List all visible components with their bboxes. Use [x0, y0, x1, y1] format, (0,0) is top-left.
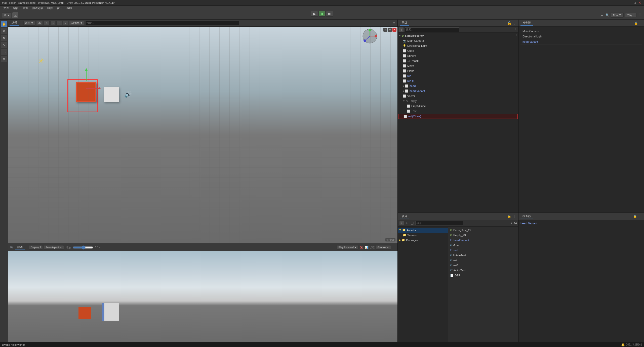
- menu-window[interactable]: 窗口: [55, 6, 64, 11]
- proj-tree-assets[interactable]: ▼ 📁 Assets: [398, 228, 448, 233]
- play-button[interactable]: ▶: [311, 11, 318, 17]
- scene-search-input[interactable]: [85, 21, 239, 25]
- hand-tool[interactable]: ✋: [1, 21, 7, 27]
- aspect-dropdown[interactable]: Free Aspect ▼: [44, 245, 64, 250]
- maximize-button[interactable]: □: [632, 1, 637, 5]
- layout-dropdown[interactable]: 默认 ▼: [611, 13, 624, 18]
- menu-file[interactable]: 文件: [2, 6, 11, 11]
- zoom-slider[interactable]: [73, 245, 93, 250]
- proj-file-debugtest22[interactable]: ⊕ DebugTest_22: [449, 228, 517, 233]
- project-more-icon[interactable]: ⋮: [512, 214, 516, 218]
- lighting-btn[interactable]: ☀: [44, 21, 50, 25]
- stats-icon[interactable]: 📊: [365, 245, 369, 250]
- fx-btn[interactable]: ✦: [56, 21, 62, 25]
- project-lock-icon[interactable]: 🔒: [507, 214, 511, 218]
- hierarchy-add-btn[interactable]: +: [399, 27, 404, 32]
- hier-move[interactable]: ⬜ Move: [398, 63, 518, 68]
- proj-tree-scenes[interactable]: 📁 Scenes: [398, 233, 448, 238]
- tab-inspector[interactable]: 检查器: [520, 20, 533, 26]
- scene-canvas[interactable]: ✳ 🔊: [8, 27, 397, 243]
- gizmos-dropdown[interactable]: Gizmos ▼: [376, 245, 391, 250]
- rotate-tool[interactable]: ↻: [1, 35, 7, 41]
- hier-scene-root[interactable]: ▼ ⊕ SampleScene* ⋮: [398, 33, 518, 38]
- move-tool[interactable]: ✥: [1, 28, 7, 34]
- gizmos-btn[interactable]: Gizmos ▼: [69, 21, 85, 25]
- hierarchy-lock-icon[interactable]: 🔒: [507, 21, 511, 25]
- hier-red-clone[interactable]: ⬜ red(Clone): [398, 114, 518, 119]
- hier-plane[interactable]: ⬜ Plane: [398, 68, 518, 73]
- hier-directional-light[interactable]: 💡 Directional Light: [398, 43, 518, 48]
- proj-file-red[interactable]: ⬡ red: [449, 248, 517, 253]
- proj-file-test[interactable]: # test: [449, 258, 517, 263]
- menu-edit[interactable]: 编辑: [11, 6, 21, 11]
- layers-icon[interactable]: ☰: [638, 13, 642, 17]
- game-more-icon[interactable]: ⋮: [392, 245, 396, 250]
- hier-vector[interactable]: ⬜ Vector: [398, 93, 518, 98]
- audio-btn[interactable]: ♪: [51, 21, 55, 25]
- hier-test1[interactable]: ⬜ Test1: [398, 109, 518, 114]
- hier-red1[interactable]: ⬜ red (1): [398, 78, 518, 83]
- hierarchy-search-input[interactable]: [405, 27, 459, 32]
- menu-component[interactable]: 组件: [45, 6, 55, 11]
- transform-tool[interactable]: ⊕: [1, 56, 7, 62]
- hier-16mask[interactable]: ⬜ 16_mask: [398, 58, 518, 63]
- hier-cube[interactable]: ⬜ Cube: [398, 48, 518, 53]
- minimize-button[interactable]: —: [627, 1, 632, 5]
- cloud-button[interactable]: ☁: [12, 12, 18, 18]
- close-button[interactable]: ✕: [637, 1, 642, 5]
- hier-head-variant[interactable]: ▶ ⬜ head Variant: [398, 88, 518, 93]
- 2d-btn[interactable]: 2D: [36, 21, 43, 25]
- project-filter-icon[interactable]: ◫: [410, 221, 414, 225]
- grid-layout-dropdown[interactable]: 2 by 3: [625, 13, 636, 17]
- inspector-right-more-icon[interactable]: ⋮: [638, 214, 642, 218]
- project-search-input[interactable]: [415, 221, 463, 225]
- scene-search-btn[interactable]: ○: [63, 21, 68, 25]
- red-cube-scene[interactable]: [76, 82, 96, 102]
- game-canvas[interactable]: [8, 251, 397, 342]
- hier-empty[interactable]: ▼ ⊙ Empty: [398, 98, 518, 104]
- hierarchy-more-icon[interactable]: ⋮: [512, 21, 516, 25]
- scene-more-btn[interactable]: ⋮: [514, 34, 518, 38]
- proj-file-move[interactable]: # Move: [449, 243, 517, 248]
- play-focused-dropdown[interactable]: Play Focused ▼: [337, 245, 358, 250]
- hier-head[interactable]: ▶ ⬜ head: [398, 83, 518, 88]
- tab-hierarchy[interactable]: 层级: [400, 20, 409, 26]
- hierarchy-filter-icon[interactable]: ⋮: [513, 28, 517, 32]
- proj-file-rotatetest[interactable]: # RotateTest: [449, 253, 517, 258]
- menu-help[interactable]: 帮助: [64, 6, 74, 11]
- proj-file-empty23[interactable]: ⊕ Empty_23: [449, 233, 517, 238]
- search-icon[interactable]: 🔍: [605, 13, 609, 17]
- collab-icon[interactable]: ☁: [600, 13, 604, 17]
- notification-icon[interactable]: 🔔: [621, 343, 625, 347]
- tab-game[interactable]: 游戏: [15, 245, 25, 250]
- mute-icon[interactable]: 🔇: [359, 245, 364, 250]
- hier-empty-cube[interactable]: ⬜ EmptyCube: [398, 104, 518, 109]
- tab-project[interactable]: 项目: [400, 214, 409, 219]
- scene-more-icon[interactable]: ≡: [392, 21, 396, 25]
- step-button[interactable]: ⏭: [326, 11, 333, 17]
- hier-sphere[interactable]: ⬜ Sphere: [398, 53, 518, 58]
- pause-button[interactable]: ⏸: [318, 11, 326, 17]
- rect-tool[interactable]: ▭: [1, 49, 7, 55]
- hier-red[interactable]: ⬜ red: [398, 73, 518, 78]
- inspector-lock-icon[interactable]: 🔒: [634, 21, 638, 25]
- scene-gear-icon[interactable]: ☰: [388, 28, 392, 32]
- tab-scene[interactable]: 场景: [10, 20, 19, 26]
- tab-inspector-right[interactable]: 检查器: [520, 214, 533, 219]
- proj-file-test2[interactable]: # test2: [449, 263, 517, 268]
- scale-tool[interactable]: ⤡: [1, 42, 7, 48]
- project-add-btn[interactable]: +: [399, 221, 404, 225]
- project-refresh-icon[interactable]: ↻: [405, 221, 409, 225]
- proj-file-head-variant[interactable]: ⬡ head Variant: [449, 238, 517, 243]
- proj-file-vectortest[interactable]: # VectorTest: [449, 268, 517, 273]
- menu-assets[interactable]: 资源: [21, 6, 30, 11]
- inspector-more-icon[interactable]: ⋮: [638, 21, 642, 25]
- display-dropdown[interactable]: Display 1: [29, 245, 43, 250]
- pivot-dropdown[interactable]: 全 ▼: [2, 13, 11, 18]
- white-cube-scene[interactable]: [104, 87, 119, 102]
- proj-tree-packages[interactable]: ▶ 📁 Packages: [398, 238, 448, 243]
- menu-gameobject[interactable]: 游戏对象: [30, 6, 45, 11]
- proj-file-gtr[interactable]: 📄 GTR: [449, 273, 517, 278]
- inspector-right-lock-icon[interactable]: 🔒: [633, 214, 637, 218]
- hier-main-camera[interactable]: 📷 Main Camera: [398, 38, 518, 43]
